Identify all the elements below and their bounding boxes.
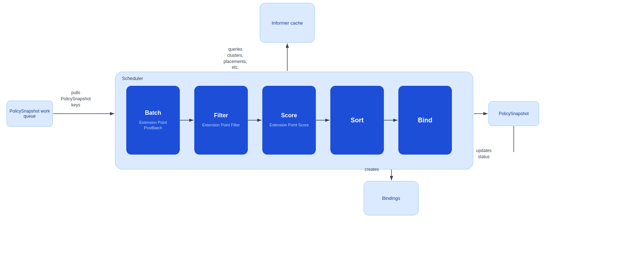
bind-box: Bind (398, 86, 452, 155)
filter-title: Filter (214, 112, 228, 119)
policy-snapshot-queue-label: PolicySnapshot work queue (7, 109, 52, 119)
scheduler-container: Scheduler Batch Extension Point PostBatc… (115, 72, 473, 169)
policy-snapshot-queue-box: PolicySnapshot work queue (7, 101, 53, 127)
diagram-container: Informer cache PolicySnapshot work queue… (0, 0, 644, 265)
sort-title: Sort (351, 117, 364, 124)
informer-cache-label: Informer cache (272, 20, 303, 26)
batch-subtitle: Extension Point PostBatch (130, 120, 176, 131)
filter-subtitle: Extension Point Filter (202, 122, 240, 128)
policy-snapshot-output-label: PolicySnapshot (499, 111, 529, 116)
filter-box: Filter Extension Point Filter (194, 86, 248, 155)
informer-cache-box: Informer cache (260, 3, 315, 43)
batch-title: Batch (145, 110, 161, 116)
creates-label: creates (365, 167, 379, 173)
score-title: Score (281, 112, 297, 119)
updates-status-label: updatesstatus (476, 148, 492, 160)
score-box: Score Extension Point Score (262, 86, 316, 155)
pulls-label: pullsPolicySnapshotkeys (61, 90, 91, 108)
queries-label: queriesclusters,placements,etc. (224, 46, 247, 71)
scheduler-label: Scheduler (122, 76, 143, 81)
policy-snapshot-output-box: PolicySnapshot (488, 101, 539, 126)
sort-box: Sort (330, 86, 384, 155)
score-subtitle: Extension Point Score (270, 122, 309, 128)
batch-box: Batch Extension Point PostBatch (126, 86, 180, 155)
bind-title: Bind (418, 117, 432, 124)
bindings-label: Bindings (382, 195, 400, 201)
bindings-box: Bindings (364, 181, 419, 215)
